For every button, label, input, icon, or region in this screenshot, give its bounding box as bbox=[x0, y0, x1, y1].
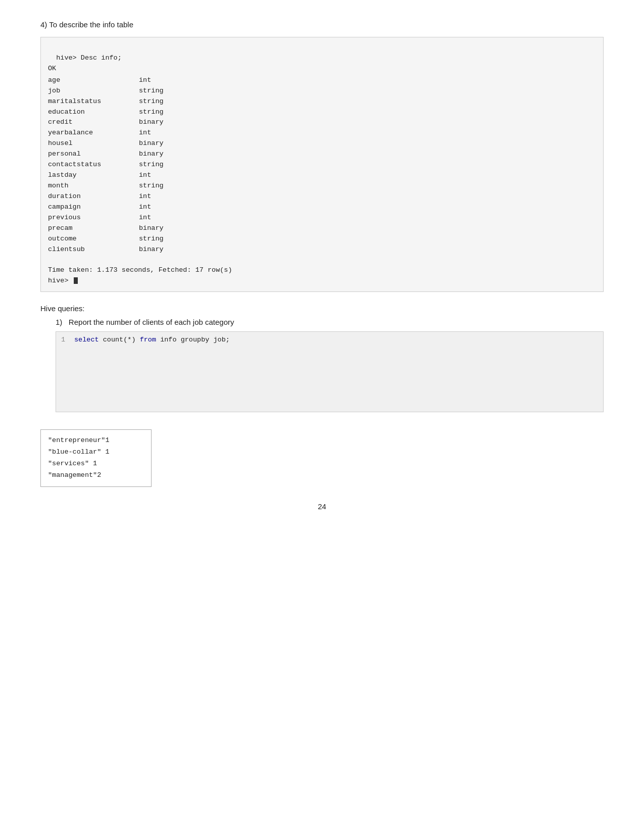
hive-queries-heading: Hive queries: bbox=[40, 304, 604, 313]
desc-field-type: binary bbox=[139, 149, 164, 160]
desc-field-name: duration bbox=[48, 191, 139, 202]
desc-field-name: job bbox=[48, 86, 139, 96]
terminal-command: hive> Desc info; bbox=[56, 54, 122, 62]
desc-row: previousint bbox=[48, 213, 164, 223]
query-1-item: 1) Report the number of clients of each … bbox=[56, 318, 604, 412]
desc-table: ageintjobstringmaritalstatusstringeducat… bbox=[48, 75, 164, 255]
desc-field-type: string bbox=[139, 96, 164, 107]
desc-field-name: housel bbox=[48, 138, 139, 149]
terminal-footer: Time taken: 1.173 seconds, Fetched: 17 r… bbox=[48, 266, 232, 274]
desc-field-name: contactstatus bbox=[48, 160, 139, 170]
desc-field-name: credit bbox=[48, 117, 139, 128]
desc-field-type: int bbox=[139, 213, 164, 223]
desc-field-type: int bbox=[139, 128, 164, 138]
desc-row: outcomestring bbox=[48, 234, 164, 244]
desc-row: clientsubbinary bbox=[48, 244, 164, 255]
code-info: info bbox=[160, 336, 176, 344]
desc-row: yearbalanceint bbox=[48, 128, 164, 138]
result-row: "management"2 bbox=[48, 470, 144, 481]
terminal-prompt: hive> bbox=[48, 277, 69, 284]
result-row: "services" 1 bbox=[48, 458, 144, 470]
result-row: "entrepreneur"1 bbox=[48, 435, 144, 447]
desc-field-name: clientsub bbox=[48, 244, 139, 255]
desc-field-name: precam bbox=[48, 223, 139, 234]
code-editor-1[interactable]: 1 select count(*) from info groupby job; bbox=[56, 331, 604, 412]
results-block: "entrepreneur"1"blue-collar" 1"services"… bbox=[40, 429, 152, 487]
desc-row: ageint bbox=[48, 75, 164, 86]
desc-field-name: campaign bbox=[48, 202, 139, 213]
desc-field-name: personal bbox=[48, 149, 139, 160]
fn-count: count(*) bbox=[103, 336, 136, 344]
line-number-1: 1 bbox=[61, 336, 70, 344]
desc-row: durationint bbox=[48, 191, 164, 202]
desc-field-type: string bbox=[139, 234, 164, 244]
desc-field-type: binary bbox=[139, 138, 164, 149]
code-content-1: select count(*) from info groupby job; bbox=[74, 336, 598, 344]
query-1-label: 1) Report the number of clients of each … bbox=[56, 318, 604, 326]
desc-field-name: month bbox=[48, 181, 139, 191]
desc-field-type: int bbox=[139, 191, 164, 202]
section4-heading: 4) To describe the info table bbox=[40, 20, 604, 29]
desc-field-name: maritalstatus bbox=[48, 96, 139, 107]
query-1-description: Report the number of clients of each job… bbox=[69, 318, 234, 326]
desc-field-type: string bbox=[139, 160, 164, 170]
terminal-block: hive> Desc info; OK ageintjobstringmarit… bbox=[40, 37, 604, 292]
desc-row: campaignint bbox=[48, 202, 164, 213]
code-line-1: 1 select count(*) from info groupby job; bbox=[56, 336, 603, 344]
code-groupby: groupby bbox=[181, 336, 210, 344]
desc-field-type: string bbox=[139, 86, 164, 96]
desc-field-name: outcome bbox=[48, 234, 139, 244]
desc-field-name: lastday bbox=[48, 170, 139, 181]
desc-field-type: string bbox=[139, 181, 164, 191]
desc-row: houselbinary bbox=[48, 138, 164, 149]
desc-row: contactstatusstring bbox=[48, 160, 164, 170]
desc-row: creditbinary bbox=[48, 117, 164, 128]
desc-row: precambinary bbox=[48, 223, 164, 234]
page-number: 24 bbox=[40, 502, 604, 511]
desc-field-type: binary bbox=[139, 117, 164, 128]
desc-row: maritalstatusstring bbox=[48, 96, 164, 107]
code-job: job; bbox=[214, 336, 230, 344]
desc-field-type: int bbox=[139, 170, 164, 181]
desc-field-type: binary bbox=[139, 244, 164, 255]
kw-from: from bbox=[140, 336, 156, 344]
desc-field-type: string bbox=[139, 107, 164, 118]
cursor-block bbox=[74, 277, 78, 284]
desc-field-name: age bbox=[48, 75, 139, 86]
desc-row: monthstring bbox=[48, 181, 164, 191]
desc-field-type: int bbox=[139, 202, 164, 213]
terminal-ok: OK bbox=[48, 65, 56, 72]
desc-field-type: binary bbox=[139, 223, 164, 234]
desc-row: jobstring bbox=[48, 86, 164, 96]
desc-field-name: previous bbox=[48, 213, 139, 223]
desc-row: personalbinary bbox=[48, 149, 164, 160]
result-row: "blue-collar" 1 bbox=[48, 447, 144, 458]
query-1-number: 1) bbox=[56, 318, 62, 326]
desc-field-type: int bbox=[139, 75, 164, 86]
desc-field-name: yearbalance bbox=[48, 128, 139, 138]
kw-select: select bbox=[74, 336, 99, 344]
desc-field-name: education bbox=[48, 107, 139, 118]
desc-row: lastdayint bbox=[48, 170, 164, 181]
desc-row: educationstring bbox=[48, 107, 164, 118]
